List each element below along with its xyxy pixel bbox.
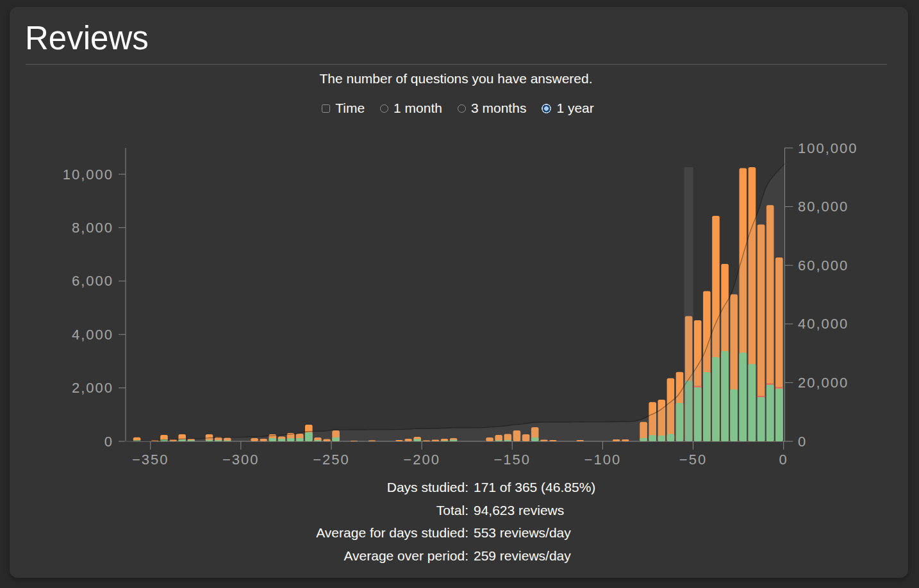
svg-text:−250: −250 (313, 452, 350, 468)
svg-text:20,000: 20,000 (798, 375, 849, 391)
svg-text:−150: −150 (493, 452, 531, 468)
svg-text:80,000: 80,000 (798, 199, 849, 215)
svg-text:−50: −50 (679, 452, 707, 468)
svg-text:100,000: 100,000 (798, 140, 858, 156)
svg-text:0: 0 (779, 452, 788, 468)
svg-text:4,000: 4,000 (72, 327, 113, 343)
svg-text:10,000: 10,000 (63, 167, 113, 183)
svg-text:−200: −200 (403, 452, 440, 468)
svg-text:40,000: 40,000 (798, 316, 849, 332)
svg-text:−300: −300 (222, 452, 260, 468)
svg-text:0: 0 (104, 434, 113, 450)
svg-text:−100: −100 (584, 452, 622, 468)
svg-text:8,000: 8,000 (72, 220, 113, 236)
svg-text:0: 0 (798, 434, 807, 450)
svg-text:6,000: 6,000 (72, 273, 113, 289)
svg-text:60,000: 60,000 (798, 257, 849, 274)
svg-text:2,000: 2,000 (72, 380, 113, 396)
svg-text:−350: −350 (132, 452, 169, 468)
